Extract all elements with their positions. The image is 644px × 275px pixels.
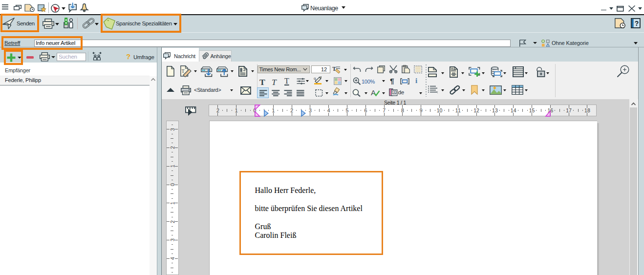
svg-text:A: A	[393, 91, 396, 94]
svg-text:A: A	[371, 88, 376, 97]
svg-text:q: q	[314, 76, 316, 81]
svg-text:?: ?	[635, 20, 639, 27]
svg-text:T: T	[182, 68, 185, 74]
svg-text:T: T	[332, 65, 336, 72]
